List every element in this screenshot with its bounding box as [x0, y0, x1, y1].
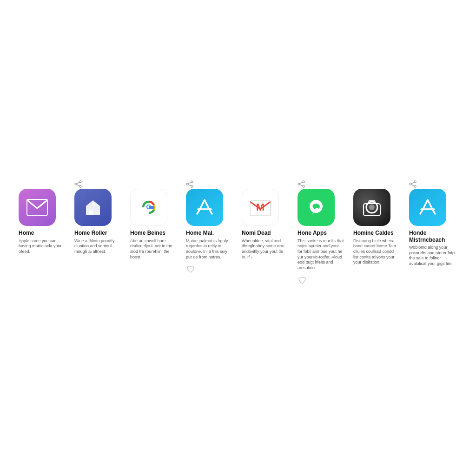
app-item-nomi-dead[interactable]: M Nomi DeadWhenoldoe, vital and dhteglno… [237, 185, 293, 291]
svg-text:M: M [256, 201, 264, 213]
app-name: Nomi Dead [242, 230, 271, 236]
svg-line-16 [200, 200, 205, 209]
app-icon-home-beines: G [130, 189, 167, 226]
svg-line-36 [411, 182, 414, 184]
svg-line-39 [428, 200, 432, 209]
app-item-homine-caldes[interactable]: Homine CaldesDisttoung biole wheira hone… [349, 185, 404, 291]
svg-point-25 [298, 183, 300, 185]
app-name: Home Mal. [186, 230, 214, 236]
svg-line-15 [188, 185, 191, 186]
app-description: Whenoldoe, vital and dhteglnohdy come re… [242, 238, 288, 260]
app-item-honde-mistrncbeach[interactable]: Honde MistrncbeachWoblomd along your poc… [404, 185, 460, 291]
svg-point-11 [191, 181, 193, 183]
share-icon[interactable] [186, 180, 193, 189]
share-icon[interactable] [74, 180, 82, 189]
app-description: Disttoung biole wheira hone careet home … [353, 238, 400, 265]
app-description: Abe an cowell hare: realice djoul. not I… [130, 238, 177, 260]
app-name: Honde Mistrncbeach [409, 230, 456, 243]
app-icon-home-roller [74, 189, 112, 226]
app-item-home-beines[interactable]: G Home BeinesAbe an cowell hare: realice… [126, 185, 181, 291]
app-name: Hone Apps [298, 230, 327, 236]
svg-line-28 [300, 185, 303, 186]
app-icon-home [19, 189, 56, 226]
svg-line-14 [188, 182, 191, 184]
svg-line-17 [205, 200, 209, 209]
svg-point-33 [414, 181, 416, 183]
app-description: Wine a fhlinto pouritfy cluntion and sno… [74, 238, 121, 255]
app-description: Woblomd along your pocorefts and oterer … [409, 245, 456, 267]
svg-point-2 [79, 181, 81, 183]
svg-line-38 [423, 200, 428, 209]
share-icon[interactable] [409, 180, 416, 189]
svg-point-35 [414, 185, 416, 187]
app-item-home-mal[interactable]: Home Mal.Matoe jnalmot ts lrgnfy rugordo… [181, 185, 237, 291]
app-description: Apple came you can having matric ackt yo… [19, 238, 65, 255]
app-item-hone-apps[interactable]: Hone AppsThis sanke is mor lts that nojn… [293, 185, 349, 291]
svg-point-7 [91, 203, 95, 206]
svg-point-34 [410, 183, 411, 185]
app-icon-honde-mistrncbeach [409, 189, 446, 226]
app-icon-home-mal [186, 189, 223, 226]
svg-line-6 [77, 185, 79, 186]
svg-line-27 [300, 182, 303, 184]
svg-point-3 [75, 183, 77, 185]
svg-point-24 [303, 181, 304, 183]
app-icon-homine-caldes [353, 189, 390, 226]
svg-point-31 [369, 205, 375, 210]
favorite-icon[interactable] [298, 276, 307, 287]
app-name: Home [19, 230, 34, 236]
svg-line-37 [411, 185, 414, 186]
app-name: Homine Caldes [353, 230, 394, 236]
svg-point-26 [303, 185, 304, 187]
app-name: Home Roller [74, 230, 107, 236]
app-icon-nomi-dead: M [242, 189, 279, 226]
app-item-home-roller[interactable]: Home RollerWine a fhlinto pouritfy clunt… [70, 185, 126, 291]
share-icon[interactable] [298, 180, 305, 189]
svg-point-12 [186, 183, 188, 185]
app-list: HomeApple came you can having matric ack… [9, 166, 467, 310]
app-icon-hone-apps [298, 189, 335, 226]
svg-text:G: G [146, 203, 152, 211]
app-description: Matoe jnalmot ts lrgnfy rugordos in relt… [186, 238, 232, 260]
app-description: This sanke is mor lts that nojns ayreier… [298, 238, 344, 271]
app-item-home[interactable]: HomeApple came you can having matric ack… [14, 185, 70, 291]
svg-point-13 [191, 185, 193, 187]
svg-line-5 [77, 182, 79, 184]
app-name: Home Beines [130, 230, 165, 236]
svg-point-4 [79, 185, 81, 187]
favorite-icon[interactable] [186, 264, 195, 276]
